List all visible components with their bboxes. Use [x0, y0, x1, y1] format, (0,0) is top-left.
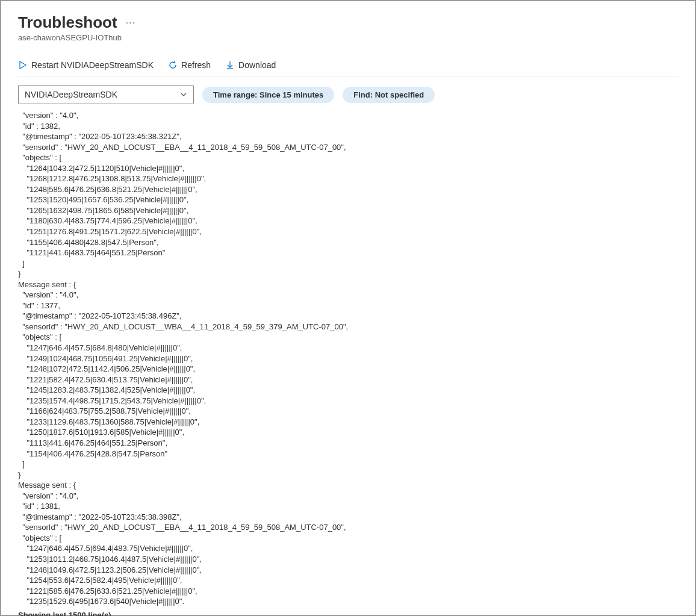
module-dropdown[interactable]: NVIDIADeepStreamSDK [18, 85, 194, 104]
troubleshoot-panel: Troubleshoot ··· ase-chawonASEGPU-IOThub… [0, 0, 696, 616]
footer-status: Showing last 1500 line(s) [18, 611, 678, 616]
log-output: "version" : "4.0", "id" : 1382, "@timest… [18, 110, 678, 607]
refresh-label: Refresh [181, 60, 211, 70]
restart-button[interactable]: Restart NVIDIADeepStreamSDK [18, 60, 154, 70]
refresh-icon [168, 60, 178, 70]
play-icon [18, 60, 28, 70]
header: Troubleshoot ··· [18, 13, 678, 32]
download-icon [225, 60, 235, 70]
restart-label: Restart NVIDIADeepStreamSDK [31, 60, 154, 70]
filter-row: NVIDIADeepStreamSDK Time range: Since 15… [18, 85, 678, 104]
refresh-button[interactable]: Refresh [168, 60, 211, 70]
more-icon[interactable]: ··· [126, 17, 135, 28]
download-label: Download [238, 60, 276, 70]
download-button[interactable]: Download [225, 60, 276, 70]
svg-marker-0 [20, 61, 26, 69]
page-subtitle: ase-chawonASEGPU-IOThub [18, 33, 678, 42]
find-pill[interactable]: Find: Not specified [343, 87, 435, 103]
time-range-pill[interactable]: Time range: Since 15 minutes [202, 87, 334, 103]
dropdown-value: NVIDIADeepStreamSDK [25, 90, 117, 99]
chevron-down-icon [180, 91, 187, 98]
toolbar: Restart NVIDIADeepStreamSDK Refresh Down… [18, 60, 678, 76]
page-title: Troubleshoot [18, 13, 117, 32]
